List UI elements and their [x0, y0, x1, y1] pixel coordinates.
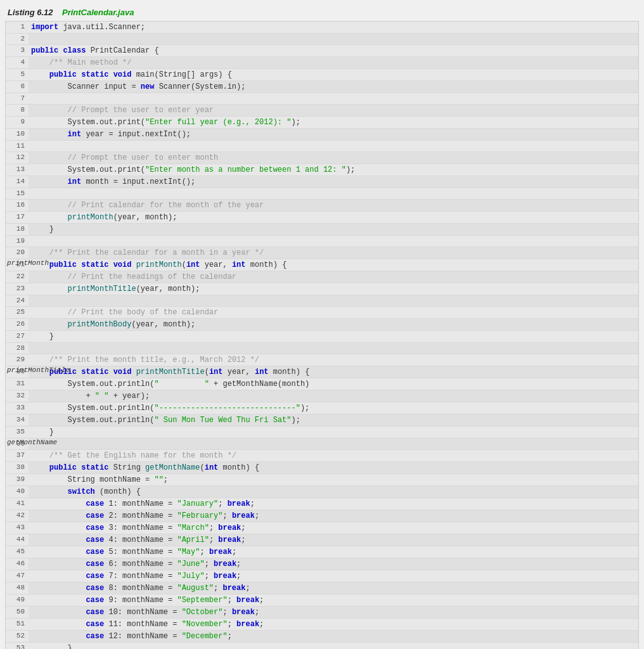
str-token: "June": [177, 560, 204, 569]
code-container: 1import java.util.Scanner;23public class…: [5, 21, 639, 649]
kw-token: public: [49, 463, 77, 472]
kw-token: case: [86, 536, 104, 544]
kw-token: public: [31, 46, 58, 55]
code-line: 38 public static String getMonthName(int…: [6, 462, 638, 474]
line-content: case 9: monthName = "September"; break;: [29, 594, 638, 606]
code-line: 3public class PrintCalendar {: [6, 45, 638, 57]
kw-token: void: [113, 70, 132, 79]
code-line: 17 printMonth(year, month);: [6, 212, 638, 224]
line-content: int month = input.nextInt();: [29, 176, 638, 188]
line-number: 44: [6, 534, 29, 546]
line-content: case 1: monthName = "January"; break;: [29, 498, 638, 510]
line-number: 18: [6, 224, 29, 235]
comment-token: /** Main method */: [49, 58, 132, 67]
kw-token: break: [232, 608, 255, 617]
comment-token: // Print the body of the calendar: [68, 308, 219, 317]
kw-token: static: [81, 260, 108, 269]
line-content: [29, 295, 638, 306]
line-content: + " " + year);: [29, 390, 638, 402]
line-content: /** Main method */: [29, 57, 638, 68]
str-token: "December": [182, 632, 228, 641]
code-line: 4 /** Main method */: [6, 57, 638, 69]
code-line: 52 case 12: monthName = "December";: [6, 631, 638, 643]
code-line: printMonth21 public static void printMon…: [6, 259, 638, 271]
code-line: 5 public static void main(String[] args)…: [6, 69, 638, 81]
code-line: 25 // Print the body of the calendar: [6, 307, 638, 319]
code-line: 45 case 5: monthName = "May"; break;: [6, 546, 638, 558]
line-number: 28: [6, 343, 29, 354]
code-line: 7: [6, 93, 638, 105]
kw-token: case: [86, 632, 104, 641]
kw-token: case: [86, 620, 104, 629]
line-content: System.out.println("--------------------…: [29, 402, 638, 414]
code-line: 19: [6, 236, 638, 247]
line-number: 40: [6, 486, 29, 498]
str-token: " Sun Mon Tue Wed Thu Fri Sat": [154, 416, 291, 425]
code-line: 44 case 4: monthName = "April"; break;: [6, 534, 638, 546]
line-number: 13: [6, 164, 29, 176]
kw-token: int: [186, 260, 200, 269]
line-number: 25: [6, 307, 29, 318]
comment-token: // Print calendar for the month of the y…: [68, 201, 264, 210]
code-line: 33 System.out.println("-----------------…: [6, 402, 638, 414]
str-token: " ": [95, 392, 109, 401]
comment-token: /** Print the calendar for a month in a …: [49, 248, 264, 257]
code-line: 22 // Print the headings of the calendar: [6, 271, 638, 283]
code-line: 31 System.out.println(" " + getMonthName…: [6, 378, 638, 390]
listing-label: Listing 6.12: [8, 8, 53, 17]
page: Listing 6.12 PrintCalendar.java 1import …: [0, 0, 644, 649]
line-content: [29, 141, 638, 151]
comment-token: // Prompt the user to enter month: [68, 153, 219, 162]
line-content: System.out.print("Enter month as a numbe…: [29, 164, 638, 176]
line-number: 29: [6, 354, 29, 366]
kw-token: case: [86, 524, 104, 532]
kw-token: break: [214, 572, 236, 581]
line-content: switch (month) {: [29, 486, 638, 498]
code-line: 10 int year = input.nextInt();: [6, 129, 638, 141]
code-line: 41 case 1: monthName = "January"; break;: [6, 498, 638, 510]
line-number: 24: [6, 295, 29, 306]
code-line: 6 Scanner input = new Scanner(System.in)…: [6, 81, 638, 93]
line-number: 38: [6, 462, 29, 473]
line-number: 19: [6, 236, 29, 247]
kw-token: int: [68, 177, 82, 186]
kw-token: break: [218, 536, 241, 544]
str-token: "May": [177, 548, 200, 556]
line-content: [29, 34, 638, 44]
kw-token: int: [232, 260, 246, 269]
line-number: 4: [6, 57, 29, 68]
code-line: 29 /** Print the month title, e.g., Marc…: [6, 354, 638, 366]
line-number: 1: [6, 22, 29, 33]
code-line: 53 }: [6, 643, 638, 649]
code-line: 13 System.out.print("Enter month as a nu…: [6, 164, 638, 176]
line-number: 33: [6, 402, 29, 414]
code-line: 39 String monthName = "";: [6, 474, 638, 486]
code-line: 42 case 2: monthName = "February"; break…: [6, 510, 638, 522]
line-number: 45: [6, 546, 29, 558]
code-line: 28: [6, 343, 638, 354]
line-number: 6: [6, 81, 29, 93]
str-token: "Enter month as a number between 1 and 1…: [145, 165, 346, 174]
line-content: String monthName = "";: [29, 474, 638, 485]
line-number: 41: [6, 498, 29, 510]
str-token: "September": [177, 596, 227, 605]
kw-token: static: [81, 368, 108, 376]
method-label: printMonth: [6, 259, 49, 267]
method-token: printMonthBody: [68, 320, 132, 329]
line-content: /** Print the month title, e.g., March 2…: [29, 354, 638, 366]
line-number: 26: [6, 319, 29, 330]
code-line: 27 }: [6, 331, 638, 343]
line-content: int year = input.nextInt();: [29, 129, 638, 140]
kw-token: case: [86, 572, 104, 581]
line-content: [29, 93, 638, 104]
code-line: 43 case 3: monthName = "March"; break;: [6, 522, 638, 534]
line-number: 43: [6, 522, 29, 534]
line-content: [29, 343, 638, 354]
code-line: 46 case 6: monthName = "June"; break;: [6, 558, 638, 570]
code-line: 18 }: [6, 224, 638, 236]
line-number: 35: [6, 427, 29, 438]
method-label: getMonthName: [6, 439, 57, 446]
code-line: 12 // Prompt the user to enter month: [6, 152, 638, 164]
line-number: 32: [6, 390, 29, 402]
code-line: 2: [6, 34, 638, 45]
